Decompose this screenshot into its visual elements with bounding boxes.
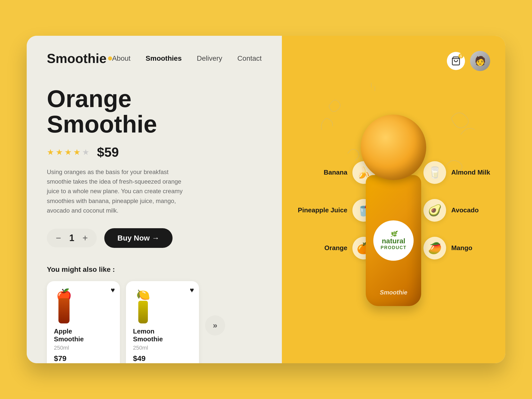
actions-row: − 1 + Buy Now → <box>47 228 262 248</box>
star-4: ★ <box>73 147 81 157</box>
product-card-apple[interactable]: ♥ 🍎 AppleSmoothie 250ml $79 <box>47 281 120 363</box>
heart-icon-lemon[interactable]: ♥ <box>190 286 194 294</box>
main-card: Smoothie About Smoothies Delivery Contac… <box>27 36 505 363</box>
right-header-icons: 1 🧑 <box>447 51 490 71</box>
product-price: $59 <box>97 145 119 160</box>
mango-bubble: 🥭 <box>423 237 446 259</box>
cart-button[interactable]: 1 <box>447 52 465 70</box>
quantity-increase-button[interactable]: + <box>81 234 90 243</box>
avocado-label: Avocado <box>451 206 479 214</box>
right-panel: 1 🧑 <box>282 36 505 363</box>
also-like-title: You might also like : <box>47 265 262 274</box>
avatar-emoji: 🧑 <box>475 56 486 66</box>
lemon-smoothie-name: LemonSmoothie <box>133 327 192 343</box>
left-panel: Smoothie About Smoothies Delivery Contac… <box>27 36 282 363</box>
ingredients-right: 🥛 Almond Milk 🥑 Avocado 🥭 Mango <box>423 161 490 259</box>
avocado-bubble: 🥑 <box>423 199 446 222</box>
logo: Smoothie <box>47 51 112 66</box>
product-card-lemon[interactable]: ♥ 🍋 LemonSmoothie 250ml $49 <box>126 281 199 363</box>
almond-emoji: 🥛 <box>428 166 442 179</box>
orange-label: Orange <box>297 244 347 252</box>
ingredient-almond: 🥛 Almond Milk <box>423 161 490 184</box>
rating-price-row: ★ ★ ★ ★ ★ $59 <box>47 145 262 160</box>
pineapple-label: Pineapple Juice <box>297 206 347 214</box>
apple-smoothie-price: $79 <box>54 354 113 363</box>
lemon-bottle-img: 🍋 <box>133 288 153 323</box>
almond-bubble: 🥛 <box>423 161 446 184</box>
also-like-section: You might also like : ♥ 🍎 AppleSmoothie … <box>47 265 262 363</box>
user-avatar[interactable]: 🧑 <box>470 51 490 71</box>
apple-smoothie-volume: 250ml <box>54 345 113 351</box>
header: Smoothie About Smoothies Delivery Contac… <box>47 51 262 66</box>
ingredient-mango: 🥭 Mango <box>423 237 490 259</box>
logo-text: Smoothie <box>47 51 107 66</box>
star-5: ★ <box>82 147 89 157</box>
avocado-emoji: 🥑 <box>428 204 442 217</box>
ingredient-avocado: 🥑 Avocado <box>423 199 490 222</box>
lemon-smoothie-price: $49 <box>133 354 192 363</box>
mango-emoji: 🥭 <box>428 242 442 255</box>
nav-contact[interactable]: Contact <box>237 54 262 62</box>
quantity-value: 1 <box>68 233 76 243</box>
bottle-leaf-icon: 🌿 <box>390 231 397 237</box>
product-title: Orange Smoothie <box>47 86 262 137</box>
products-row: ♥ 🍎 AppleSmoothie 250ml $79 <box>47 281 262 363</box>
quantity-decrease-button[interactable]: − <box>54 234 63 243</box>
bottle-label-product: PRODUCT <box>381 245 407 250</box>
cart-badge: 1 <box>458 53 463 58</box>
nav-delivery[interactable]: Delivery <box>197 54 222 62</box>
star-3: ★ <box>64 147 72 157</box>
star-1: ★ <box>47 147 54 157</box>
almond-label: Almond Milk <box>451 169 490 176</box>
heart-icon-apple[interactable]: ♥ <box>111 286 115 294</box>
banana-label: Banana <box>297 169 347 176</box>
product-description: Using oranges as the basis for your brea… <box>47 167 183 216</box>
bottle-label: 🌿 natural PRODUCT <box>373 220 414 261</box>
page-wrapper: Smoothie About Smoothies Delivery Contac… <box>27 36 505 363</box>
mango-label: Mango <box>451 244 472 252</box>
star-2: ★ <box>56 147 63 157</box>
buy-now-button[interactable]: Buy Now → <box>104 228 173 248</box>
star-rating: ★ ★ ★ ★ ★ <box>47 147 89 157</box>
bottle-label-natural: natural <box>382 237 405 245</box>
nav: About Smoothies Delivery Contact <box>112 54 262 62</box>
orange-ball <box>361 115 426 180</box>
nav-about[interactable]: About <box>112 54 130 62</box>
bottle-body: 🌿 natural PRODUCT Smoothie <box>366 175 421 306</box>
bottle-container: 🌿 natural PRODUCT Smoothie <box>361 115 426 306</box>
logo-dot <box>108 56 112 60</box>
nav-smoothies[interactable]: Smoothies <box>146 54 182 62</box>
more-products-button[interactable]: » <box>205 315 225 336</box>
apple-bottle-img: 🍎 <box>54 288 74 323</box>
lemon-smoothie-volume: 250ml <box>133 345 192 351</box>
apple-smoothie-name: AppleSmoothie <box>54 327 113 343</box>
bottle-brand: Smoothie <box>380 289 407 296</box>
quantity-control: − 1 + <box>47 229 97 247</box>
